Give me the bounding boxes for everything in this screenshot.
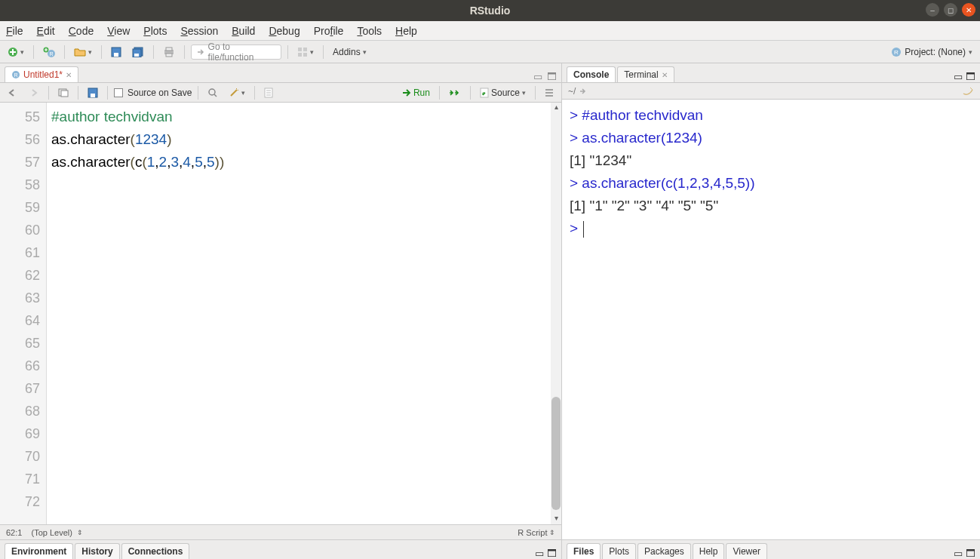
print-icon	[163, 47, 175, 57]
env-tabs: Environment History Connections ▭ 🗖	[0, 539, 561, 559]
menu-tools[interactable]: Tools	[357, 25, 382, 37]
chevron-down-icon: ▾	[88, 48, 92, 56]
save-button[interactable]	[108, 45, 124, 59]
clear-console-icon[interactable]	[962, 86, 974, 97]
project-menu[interactable]: R Project: (None) ▾	[888, 45, 975, 59]
chevron-down-icon: ▾	[363, 48, 367, 56]
print-button[interactable]	[160, 45, 178, 59]
r-project-icon: R	[891, 47, 902, 57]
tab-plots[interactable]: Plots	[602, 543, 636, 559]
addins-label: Addins	[333, 47, 361, 57]
svg-rect-21	[61, 91, 68, 97]
minimize-pane-icon[interactable]: ▭	[954, 71, 963, 82]
svg-rect-11	[166, 54, 172, 57]
close-icon[interactable]: ✕	[962, 3, 975, 17]
svg-rect-5	[114, 53, 118, 57]
svg-rect-13	[303, 48, 307, 51]
menu-session[interactable]: Session	[180, 25, 218, 37]
find-button[interactable]	[204, 86, 221, 100]
tab-connections[interactable]: Connections	[121, 543, 190, 559]
save-icon	[88, 88, 98, 98]
source-tab-untitled1[interactable]: R Untitled1* ✕	[5, 66, 78, 82]
menu-debug[interactable]: Debug	[269, 25, 300, 37]
console-tabs: Console Terminal ✕ ▭ 🗖	[562, 63, 980, 83]
scope-label[interactable]: (Top Level)	[32, 528, 72, 537]
main-toolbar: ▾ R ▾ Go to file/function ▾ Addins ▾ R P…	[0, 41, 980, 63]
close-tab-icon[interactable]: ✕	[662, 71, 668, 79]
new-file-icon	[8, 47, 18, 57]
run-button[interactable]: Run	[398, 86, 433, 100]
scroll-up-icon[interactable]: ▴	[551, 103, 561, 113]
popout-icon	[58, 88, 69, 97]
maximize-pane-icon[interactable]: 🗖	[966, 71, 975, 82]
show-in-new-window-button[interactable]	[55, 87, 72, 99]
tab-terminal[interactable]: Terminal ✕	[617, 66, 674, 82]
goto-file-input[interactable]: Go to file/function	[191, 45, 281, 60]
editor-statusbar: 62:1 (Top Level) ⇕ R Script ⇕	[0, 524, 561, 539]
chevron-down-icon: ▾	[522, 89, 526, 97]
source-toolbar: Source on Save ▾ Run	[0, 83, 561, 103]
restore-pane-icon[interactable]: 🗖	[966, 548, 975, 559]
source-btn-label: Source	[491, 88, 520, 98]
menu-edit[interactable]: Edit	[37, 25, 55, 37]
menu-code[interactable]: Code	[69, 25, 94, 37]
cursor-position: 62:1	[6, 528, 22, 537]
code-editor[interactable]: 555657585960616263646566676869707172 #au…	[0, 103, 561, 524]
maximize-icon[interactable]: ◻	[944, 3, 957, 17]
editor-scrollbar[interactable]: ▴ ▾	[551, 103, 561, 524]
forward-button[interactable]	[26, 87, 42, 99]
tab-environment[interactable]: Environment	[5, 543, 73, 559]
minimize-pane-icon[interactable]: ▭	[954, 548, 963, 559]
left-pane: R Untitled1* ✕ ▭ 🗖	[0, 63, 562, 559]
open-file-button[interactable]: ▾	[71, 45, 95, 59]
new-project-button[interactable]: R	[40, 45, 58, 59]
source-button[interactable]: Source ▾	[477, 86, 529, 100]
tab-console[interactable]: Console	[567, 66, 616, 82]
outline-button[interactable]	[542, 87, 557, 99]
menu-file[interactable]: File	[6, 25, 23, 37]
plus-r-icon: R	[43, 47, 55, 57]
svg-rect-15	[303, 53, 307, 57]
chevron-down-icon: ▾	[310, 48, 314, 56]
tab-files[interactable]: Files	[567, 543, 601, 559]
chevron-down-icon: ▾	[241, 89, 245, 97]
source-icon	[480, 88, 489, 98]
rerun-button[interactable]	[446, 87, 464, 99]
outline-icon	[545, 88, 554, 97]
minimize-pane-icon[interactable]: ▭	[533, 71, 542, 82]
updown-icon: ⇕	[547, 529, 555, 536]
new-file-button[interactable]: ▾	[5, 45, 27, 59]
svg-rect-10	[166, 48, 172, 51]
wand-button[interactable]: ▾	[226, 86, 248, 100]
tab-help[interactable]: Help	[693, 543, 725, 559]
menu-profile[interactable]: Profile	[314, 25, 344, 37]
console-body[interactable]: > #author techvidvan> as.character(1234)…	[562, 100, 980, 539]
minimize-icon[interactable]: –	[926, 3, 939, 17]
maximize-pane-icon[interactable]: 🗖	[547, 71, 557, 82]
save-source-button[interactable]	[84, 86, 101, 100]
tab-viewer[interactable]: Viewer	[726, 543, 766, 559]
language-label[interactable]: R Script	[518, 528, 547, 537]
popout-icon[interactable]	[579, 87, 588, 96]
addins-button[interactable]: Addins ▾	[330, 45, 370, 59]
code-area[interactable]: #author techvidvanas.character(1234)as.c…	[47, 103, 561, 524]
back-button[interactable]	[5, 87, 21, 99]
notebook-button[interactable]	[261, 86, 276, 100]
console-path: ~/	[568, 86, 576, 97]
grid-button[interactable]: ▾	[294, 45, 317, 59]
minimize-pane-icon[interactable]: ▭	[535, 548, 544, 559]
source-on-save-checkbox[interactable]	[114, 88, 123, 97]
tab-packages[interactable]: Packages	[637, 543, 691, 559]
close-tab-icon[interactable]: ✕	[66, 71, 72, 79]
restore-pane-icon[interactable]: 🗖	[547, 548, 557, 559]
save-all-button[interactable]	[129, 45, 147, 59]
svg-text:R: R	[49, 51, 53, 57]
tab-history[interactable]: History	[75, 543, 119, 559]
menu-plots[interactable]: Plots	[143, 25, 167, 37]
menu-view[interactable]: View	[107, 25, 130, 37]
updown-icon: ⇕	[77, 529, 83, 536]
main-split: R Untitled1* ✕ ▭ 🗖	[0, 63, 980, 559]
menu-help[interactable]: Help	[395, 25, 417, 37]
menu-build[interactable]: Build	[232, 25, 255, 37]
scroll-down-icon[interactable]: ▾	[551, 514, 561, 524]
